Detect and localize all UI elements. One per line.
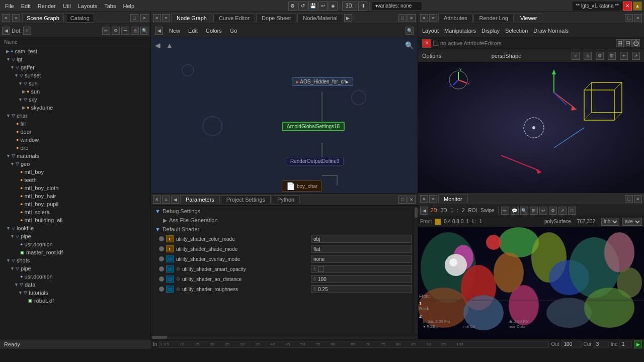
panel-close-btn[interactable]: ✕ [2,14,10,22]
params-hscrollbar[interactable] [151,335,418,339]
tree-item-mtl_building_all[interactable]: ● mtl_building_all [0,216,150,224]
ng-back-arrow[interactable]: ◀ [155,41,160,49]
tree-item-mtl_boy_hair[interactable]: ● mtl_boy_hair [0,192,150,200]
options-expand-btn[interactable]: ↗ [632,52,640,60]
param-value[interactable]: flat [311,245,412,253]
node-aos-hidden[interactable]: ▸ AOS_Hidden_for_ch▸ [292,77,353,86]
filter1-select[interactable]: lnh [601,218,619,226]
ng-zoom-icon[interactable]: 🔍 [405,41,414,49]
tree-item-usr-dconlon1[interactable]: ● usr.dconlon [0,240,150,248]
param-value[interactable]: δ 100 [311,275,412,283]
tree-item-sunset[interactable]: ▼ ▽ sunset [0,71,150,79]
tree-item-fill[interactable]: ● fill [0,120,150,128]
tree-item-door[interactable]: ● door [0,128,150,136]
ng-menu-new[interactable]: New [167,27,182,35]
3d-toggle[interactable]: 3D: [342,2,357,11]
inc-value[interactable]: 1 [619,341,632,347]
mt-2d-btn[interactable]: 2D [431,208,437,213]
tree-item-char[interactable]: ▼ ▽ char [0,112,150,120]
options-add-btn[interactable]: + [620,52,628,60]
mt-zoom-btn[interactable]: 🔍 [520,207,528,215]
settings-icon[interactable]: ⚙ [288,2,297,11]
ng-menu-colors[interactable]: Colors [204,27,224,35]
params-nav-btn[interactable]: ◀ [171,196,179,204]
options-grid-btn[interactable]: ⊞ [608,52,616,60]
mt-settings-btn[interactable]: ⚙ [549,207,557,215]
timeline-ruler[interactable]: 1 3 5 10 15 20 25 30 35 40 45 50 55 60 6… [159,341,549,348]
mt-reset-btn[interactable]: ↩ [539,207,547,215]
settings-sg-icon[interactable]: ⚙ [112,27,120,35]
options-settings-btn[interactable]: ⚙ [596,52,604,60]
viewer-display-menu[interactable]: Display [479,27,502,35]
params-menu-btn[interactable]: ≡ [162,196,170,204]
tree-item-gaffer[interactable]: ▼ ▽ gaffer [0,63,150,71]
param-value[interactable]: obj [311,235,412,243]
undo-icon[interactable]: ↩ [318,2,328,11]
hscroll-thumb[interactable] [152,336,167,339]
viewer-manipulators-menu[interactable]: Manipulators [442,27,478,35]
attr-icon2[interactable]: ⊟ [624,39,632,47]
viewer-layout-menu[interactable]: Layout [420,27,441,35]
tab-curve-editor[interactable]: Curve Editor [213,14,255,22]
viewer-3d[interactable]: Y X Z [418,62,644,193]
mt-export-btn[interactable]: ↗ [558,207,567,215]
options-lock-btn[interactable]: ◇ [584,52,592,60]
params-scrollbar[interactable] [414,207,418,334]
tab-parameters[interactable]: Parameters [180,195,220,204]
menu-render[interactable]: Render [35,2,59,10]
mt-grid-btn[interactable]: ⊞ [530,207,538,215]
panel-fullscreen-btn[interactable]: ✕ [140,14,148,22]
right-menu-btn[interactable]: ≡ [429,14,437,22]
monitor-canvas[interactable]: Front 1 Back 2 b. 3dε-2.00 Fm ● RGBp mē … [418,227,644,339]
attr-icon1[interactable]: ⊞ [616,39,624,47]
tree-item-lookfile[interactable]: ▼ ▽ lookfile [0,224,150,232]
cur-value[interactable]: 3 [594,341,609,347]
tab-render-log[interactable]: Render Log [473,14,514,22]
attr-power-btn[interactable]: ✕ [422,39,431,48]
filter2-select[interactable]: ave [622,218,642,226]
tree-item-sky[interactable]: ▼ ▽ sky [0,96,150,104]
monitor-fullscreen-btn[interactable]: ✕ [634,195,642,203]
menu-edit[interactable]: Edit [18,2,34,10]
tree-item-sun-group[interactable]: ▼ ▽ sun [0,79,150,87]
viewer-selection-menu[interactable]: Selection [503,27,530,35]
menu-layouts[interactable]: Layouts [75,2,101,10]
ng-search-btn[interactable]: 🔍 [406,27,414,35]
ng-menu-edit[interactable]: Edit [186,27,200,35]
tree-item-geo[interactable]: ▼ ▽ geo [0,160,150,168]
params-expand-btn[interactable]: □ [398,196,407,204]
param-value[interactable]: δ [311,265,412,273]
menu-help[interactable]: Help [120,2,137,10]
node-boy-char[interactable]: 📄 boy_char [282,180,322,192]
tree-item-pipe1[interactable]: ▼ ▽ pipe [0,232,150,240]
ng-menu-go[interactable]: Go [228,27,239,35]
menu-util[interactable]: Util [60,2,74,10]
attr-checkbox[interactable] [433,41,438,46]
tree-item-shots[interactable]: ▼ ▽ shots [0,256,150,264]
tab-scene-graph[interactable]: Scene Graph [22,14,64,23]
menu-file[interactable]: File [2,2,17,10]
search-icon[interactable]: 🔍 [140,27,148,35]
tree-item-mtl_boy_pupil[interactable]: ● mtl_boy_pupil [0,200,150,208]
param-value[interactable]: none [311,255,412,263]
params-close-btn[interactable]: ✕ [153,196,161,204]
tree-item-mtl_boy[interactable]: ● mtl_boy [0,168,150,176]
tree-item-orb[interactable]: ● orb [0,144,150,152]
tree-item-master-root[interactable]: ▣ master_root.klf [0,248,150,256]
tree-item-materials[interactable]: ▼ ▽ materials [0,152,150,160]
tree-item-skydome[interactable]: ▶ ● skydome [0,104,150,112]
ng-fullscreen-btn[interactable]: ✕ [408,14,416,22]
tab-monitor[interactable]: Monitor [438,195,468,203]
edit-icon[interactable]: ✏ [102,27,110,35]
tree-item-window[interactable]: ● window [0,136,150,144]
copy-icon[interactable]: ⎘ [131,27,139,35]
ng-close-btn[interactable]: ✕ [153,14,161,22]
monitor-menu-btn[interactable]: ≡ [429,195,437,203]
mt-comment-btn[interactable]: 💬 [511,207,519,215]
monitor-expand-btn[interactable]: □ [625,195,633,203]
mt-3d-btn[interactable]: 3D [441,208,447,213]
pause-icon[interactable]: ⏸ [358,2,367,11]
warning-icon[interactable]: ✕ [623,2,632,11]
tab-viewer[interactable]: Viewer [515,14,542,22]
ng-menu-btn[interactable]: ≡ [162,14,170,22]
